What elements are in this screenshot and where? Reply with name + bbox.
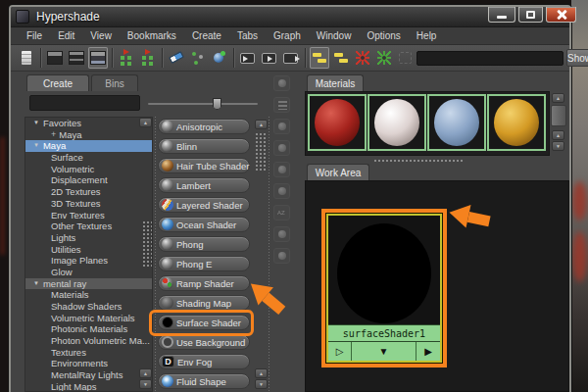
tree-item-other-textures[interactable]: Other Textures: [25, 220, 152, 232]
clear-graph-icon[interactable]: [167, 47, 186, 69]
shader-button-phong-e[interactable]: Phong E: [158, 256, 250, 271]
shader-button-fluid-shape[interactable]: Fluid Shape: [158, 373, 250, 389]
node-expand-left-icon[interactable]: ▷: [328, 342, 352, 361]
tree-item-textures[interactable]: Textures: [25, 347, 152, 359]
large-swatch-icon[interactable]: [273, 162, 290, 177]
tab-bins[interactable]: Bins: [91, 74, 138, 91]
shader-button-layered-shader[interactable]: Layered Shader: [158, 197, 250, 213]
tree-item-light-maps[interactable]: Light Maps: [25, 381, 152, 392]
menu-view[interactable]: View: [82, 27, 120, 45]
show-connections-icon[interactable]: [210, 47, 229, 69]
expander-triangle-icon[interactable]: ▼: [33, 118, 39, 129]
sort-by-type-icon[interactable]: [273, 226, 290, 242]
swatch-size-slider[interactable]: [148, 103, 258, 105]
tree-item-maya[interactable]: +Maya: [25, 129, 152, 141]
tree-item-image-planes[interactable]: Image Planes: [25, 255, 152, 267]
small-swatch-icon[interactable]: [273, 119, 290, 134]
show-button[interactable]: Show: [566, 49, 588, 67]
horizontal-splitter[interactable]: [373, 159, 464, 162]
material-swatch-pearl[interactable]: [368, 94, 426, 151]
sort-alphabetical-icon[interactable]: [273, 205, 290, 220]
menu-tabs[interactable]: Tabs: [229, 27, 266, 45]
shader-button-env-fog[interactable]: DEnv Fog: [158, 354, 250, 369]
tree-item-2d-textures[interactable]: 2D Textures: [25, 186, 152, 198]
menu-window[interactable]: Window: [309, 27, 360, 45]
tree-item-surface[interactable]: Surface: [25, 152, 152, 164]
medium-swatch-icon[interactable]: [273, 140, 290, 156]
rearrange-graph-alt-icon[interactable]: [138, 47, 158, 69]
list-display-icon[interactable]: [273, 97, 290, 113]
tree-item-env-textures[interactable]: Env Textures: [25, 210, 152, 221]
tree-item-volumetric[interactable]: Volumetric: [25, 164, 152, 175]
break-links-icon[interactable]: [353, 47, 372, 69]
menu-create[interactable]: Create: [184, 27, 229, 45]
scroll-up-icon[interactable]: ▲: [255, 120, 268, 129]
surface-shader-node[interactable]: surfaceShader1 ▷ ▼ ▶: [326, 214, 442, 363]
create-node-icon[interactable]: [310, 47, 329, 69]
menu-edit[interactable]: Edit: [50, 27, 82, 45]
swatch-outline-icon[interactable]: [273, 183, 290, 199]
tree-item-favorites[interactable]: ▼Favorites: [25, 118, 152, 129]
output-connections-icon[interactable]: [281, 47, 301, 69]
shader-button-ocean-shader[interactable]: Ocean Shader: [158, 217, 250, 232]
scroll-down-icon[interactable]: ▼: [139, 379, 152, 389]
tab-create[interactable]: Create: [26, 74, 89, 91]
node-title[interactable]: surfaceShader1: [328, 324, 440, 341]
tree-item-shadow-shaders[interactable]: Shadow Shaders: [25, 301, 152, 313]
search-input[interactable]: [416, 51, 564, 66]
sort-reverse-icon[interactable]: [273, 248, 290, 264]
tree-item-materials[interactable]: Materials: [25, 289, 152, 301]
material-swatch-gold[interactable]: [487, 94, 546, 151]
tree-item-photon-volumetric-ma[interactable]: Photon Volumetric Ma...: [25, 335, 152, 347]
scroll-up-icon[interactable]: ▲: [552, 93, 564, 103]
tree-item-lights[interactable]: Lights: [25, 232, 152, 244]
rearrange-graph-icon[interactable]: [117, 47, 136, 69]
tree-item-maya[interactable]: ▼Maya: [25, 140, 152, 152]
graph-materials-icon[interactable]: [188, 47, 208, 69]
tree-item-3d-textures[interactable]: 3D Textures: [25, 198, 152, 210]
tree-item-displacement[interactable]: Displacement: [25, 174, 152, 186]
input-output-connections-icon[interactable]: [260, 47, 279, 69]
scroll-up-icon[interactable]: ▲: [552, 130, 564, 140]
shader-button-hair-tube-shader[interactable]: Hair Tube Shader: [158, 158, 250, 173]
pane-divider[interactable]: [155, 117, 156, 392]
material-swatch-blue[interactable]: [427, 94, 486, 151]
layout-three-pane-icon[interactable]: [88, 47, 108, 69]
panel-grip[interactable]: [255, 132, 267, 172]
relink-icon[interactable]: [374, 47, 394, 69]
layout-two-pane-icon[interactable]: [67, 47, 86, 69]
menu-bookmarks[interactable]: Bookmarks: [120, 27, 184, 45]
filter-input[interactable]: [29, 95, 140, 111]
expander-triangle-icon[interactable]: ▼: [33, 278, 39, 290]
node-swatch[interactable]: [328, 216, 440, 324]
scrollbar-thumb[interactable]: [551, 105, 566, 126]
scroll-up-icon[interactable]: ▲: [139, 368, 152, 378]
menu-help[interactable]: Help: [409, 27, 445, 45]
node-expand-right-icon[interactable]: ▶: [416, 342, 440, 361]
tree-item-glow[interactable]: Glow: [25, 267, 152, 278]
maximize-button[interactable]: [518, 7, 543, 23]
scroll-up-icon[interactable]: ▲: [255, 368, 268, 378]
menu-options[interactable]: Options: [359, 27, 408, 45]
tab-work-area[interactable]: Work Area: [307, 164, 369, 180]
tree-item-volumetric-materials[interactable]: Volumetric Materials: [25, 313, 152, 324]
shader-button-shading-map[interactable]: Shading Map: [158, 295, 250, 311]
tab-materials[interactable]: Materials: [307, 74, 364, 91]
create-file-icon[interactable]: [17, 47, 36, 69]
work-area-canvas[interactable]: surfaceShader1 ▷ ▼ ▶: [305, 180, 569, 392]
shader-button-anisotropic[interactable]: Anisotropic: [158, 119, 250, 134]
create-bar-icon[interactable]: [331, 47, 351, 69]
layout-single-pane-icon[interactable]: [45, 47, 65, 69]
panel-grip[interactable]: [142, 220, 152, 268]
shader-button-blinn[interactable]: Blinn: [158, 138, 250, 154]
title-bar[interactable]: Hypershade: [11, 7, 569, 27]
swatch-display-icon[interactable]: [273, 75, 290, 91]
node-collapse-icon[interactable]: ▼: [352, 342, 416, 361]
shader-button-ramp-shader[interactable]: Ramp Shader: [158, 275, 250, 291]
shader-button-phong[interactable]: Phong: [158, 236, 250, 252]
shader-button-use-background[interactable]: Use Background: [158, 334, 250, 350]
slider-thumb[interactable]: [213, 98, 221, 110]
expander-triangle-icon[interactable]: ▼: [33, 140, 39, 152]
tree-item-mentalray-lights[interactable]: MentalRay Lights: [25, 369, 152, 381]
scroll-up-icon[interactable]: ▲: [139, 118, 152, 127]
